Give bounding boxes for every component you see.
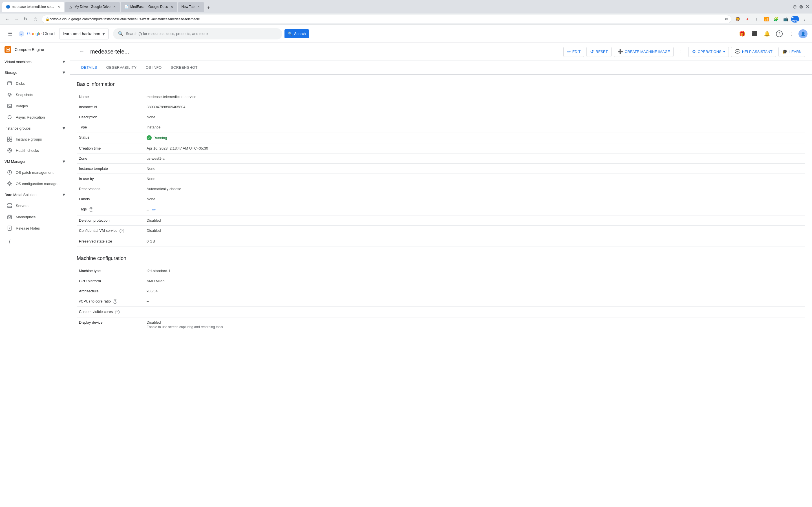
tags-edit-icon[interactable]: ✏	[152, 207, 156, 212]
preserved-state-value: 0 GB	[144, 236, 805, 246]
back-nav-button[interactable]: ←	[3, 15, 11, 23]
extension-alert-icon[interactable]: 🔺	[743, 15, 751, 23]
browser-tab-2[interactable]: △ My Drive - Google Drive ✕	[65, 2, 120, 12]
edit-label: EDIT	[572, 50, 581, 54]
sidebar-item-compute-engine[interactable]: Compute Engine	[0, 43, 70, 56]
extension-brave-icon[interactable]: 🦁	[733, 15, 742, 23]
sidebar: Compute Engine Virtual machines ▾ Storag…	[0, 43, 70, 507]
tab-screenshot[interactable]: SCREENSHOT	[166, 61, 202, 74]
hamburger-menu-button[interactable]: ☰	[4, 28, 16, 40]
edit-button[interactable]: ✏ EDIT	[563, 47, 585, 57]
release-notes-icon	[7, 225, 12, 231]
sidebar-item-instance-groups[interactable]: Instance groups	[0, 133, 70, 145]
tab-observability[interactable]: OBSERVABILITY	[102, 61, 141, 74]
google-cloud-logo[interactable]: G Google Cloud	[18, 31, 55, 37]
sidebar-instance-groups-header[interactable]: Instance groups ▾	[0, 123, 70, 133]
browser-tab-3[interactable]: 📄 MedEase – Google Docs ✕	[121, 2, 177, 12]
search-button[interactable]: 🔍 Search	[285, 29, 309, 38]
operations-button[interactable]: ⚙ OPERATIONS ▾	[688, 47, 728, 57]
confidential-vm-help-icon[interactable]: ?	[119, 229, 124, 233]
creation-time-label: Creation time	[77, 144, 144, 154]
learn-button[interactable]: 🎓 LEARN	[778, 47, 805, 57]
browser-tab-4[interactable]: New Tab ✕	[178, 2, 204, 12]
svg-rect-13	[10, 139, 12, 142]
create-machine-image-label: CREATE MACHINE IMAGE	[625, 50, 670, 54]
bookmark-button[interactable]: ☆	[32, 15, 40, 23]
back-button[interactable]: ←	[77, 47, 87, 57]
gift-icon-button[interactable]: 🎁	[737, 28, 748, 40]
browser-close[interactable]: ✕	[806, 4, 810, 10]
compute-engine-label: Compute Engine	[15, 47, 44, 52]
table-row: Machine type t2d-standard-1	[77, 266, 805, 276]
sidebar-item-async-replication[interactable]: Async Replication	[0, 112, 70, 123]
tab-close-4[interactable]: ✕	[196, 4, 201, 9]
instance-template-value: None	[144, 164, 805, 174]
url-bar[interactable]: 🔒 console.cloud.google.com/compute/insta…	[42, 15, 731, 23]
vpn-badge[interactable]: ● VPN	[791, 16, 799, 22]
notifications-button[interactable]: 🔔	[761, 28, 772, 40]
instance-groups-section-label: Instance groups	[4, 126, 31, 130]
architecture-value: x86/64	[144, 286, 805, 296]
sidebar-item-os-config[interactable]: OS configuration manage...	[0, 178, 70, 189]
tags-help-icon[interactable]: ?	[89, 207, 93, 212]
sidebar-item-release-notes[interactable]: Release Notes	[0, 223, 70, 234]
new-tab-button[interactable]: +	[205, 4, 213, 12]
user-avatar[interactable]: 👤	[799, 29, 808, 38]
reset-button[interactable]: ↺ RESET	[587, 47, 611, 57]
sidebar-vm-manager-header[interactable]: VM Manager ▾	[0, 156, 70, 167]
deletion-protection-value: Disabled	[144, 216, 805, 226]
sidebar-collapse-button[interactable]: ⟨	[0, 236, 70, 247]
extension-wifi-icon[interactable]: 📶	[762, 15, 770, 23]
extension-cast-icon[interactable]: 📺	[781, 15, 790, 23]
learn-icon: 🎓	[782, 49, 788, 54]
async-replication-label: Async Replication	[16, 115, 45, 119]
tab-close-1[interactable]: ✕	[56, 4, 61, 9]
svg-rect-3	[7, 49, 9, 50]
tab-screenshot-label: SCREENSHOT	[171, 65, 198, 69]
tab-details[interactable]: DETAILS	[77, 61, 102, 74]
search-bar[interactable]: 🔍 Search (/) for resources, docs, produc…	[113, 28, 282, 40]
more-actions-icon: ⋮	[678, 48, 684, 55]
sidebar-bare-metal-header[interactable]: Bare Metal Solution ▾	[0, 189, 70, 200]
sidebar-storage-header[interactable]: Storage ▾	[0, 67, 70, 78]
more-options-button[interactable]: ⋮	[786, 28, 797, 40]
sidebar-item-health-checks[interactable]: Health checks	[0, 145, 70, 156]
extension-puzzle-icon[interactable]: 🧩	[772, 15, 780, 23]
table-row: vCPUs to core ratio ? –	[77, 296, 805, 307]
help-assistant-button[interactable]: 💬 HELP ASSISTANT	[731, 47, 776, 57]
sidebar-virtual-machines[interactable]: Virtual machines ▾	[0, 56, 70, 67]
instance-template-label: Instance template	[77, 164, 144, 174]
create-machine-image-button[interactable]: ➕ CREATE MACHINE IMAGE	[614, 47, 674, 57]
description-value: None	[144, 112, 805, 122]
sidebar-item-os-patch[interactable]: OS patch management	[0, 167, 70, 178]
refresh-button[interactable]: ↻	[21, 15, 29, 23]
browser-maximize[interactable]: ⊗	[799, 4, 803, 10]
sidebar-item-disks[interactable]: Disks	[0, 78, 70, 89]
sidebar-item-snapshots[interactable]: Snapshots	[0, 89, 70, 100]
storage-label: Storage	[4, 70, 17, 75]
tab-close-2[interactable]: ✕	[112, 4, 117, 9]
sidebar-item-marketplace[interactable]: Marketplace	[0, 211, 70, 223]
tab-os-info[interactable]: OS INFO	[141, 61, 166, 74]
browser-minimize[interactable]: ⊖	[793, 4, 797, 10]
servers-label: Servers	[16, 204, 29, 208]
browser-menu-button[interactable]: ⋮	[801, 15, 809, 23]
table-row: Instance template None	[77, 164, 805, 174]
table-row: Tags ? – ✏	[77, 204, 805, 216]
display-device-label: Display device	[77, 317, 144, 332]
sidebar-item-images[interactable]: Images	[0, 100, 70, 112]
status-running-dot: ✓	[147, 135, 152, 140]
browser-tab-1[interactable]: 🔵 medease-telemedicine-service ✕	[2, 2, 64, 12]
tab-close-3[interactable]: ✕	[169, 4, 174, 9]
more-actions-button[interactable]: ⋮	[676, 47, 686, 57]
sidebar-item-servers[interactable]: Servers	[0, 200, 70, 211]
reset-icon: ↺	[590, 49, 594, 54]
sidebar-collapse-icon: ⟨	[7, 239, 12, 244]
custom-cores-help-icon[interactable]: ?	[115, 310, 119, 314]
project-selector[interactable]: learn-amd-hackathon ▾	[59, 28, 109, 40]
forward-nav-button[interactable]: →	[12, 15, 20, 23]
cloud-shell-button[interactable]: ⬛	[749, 28, 760, 40]
extension-translate-icon[interactable]: T	[753, 15, 761, 23]
help-button[interactable]: ?	[774, 28, 785, 40]
vcpu-core-ratio-help-icon[interactable]: ?	[113, 299, 117, 304]
